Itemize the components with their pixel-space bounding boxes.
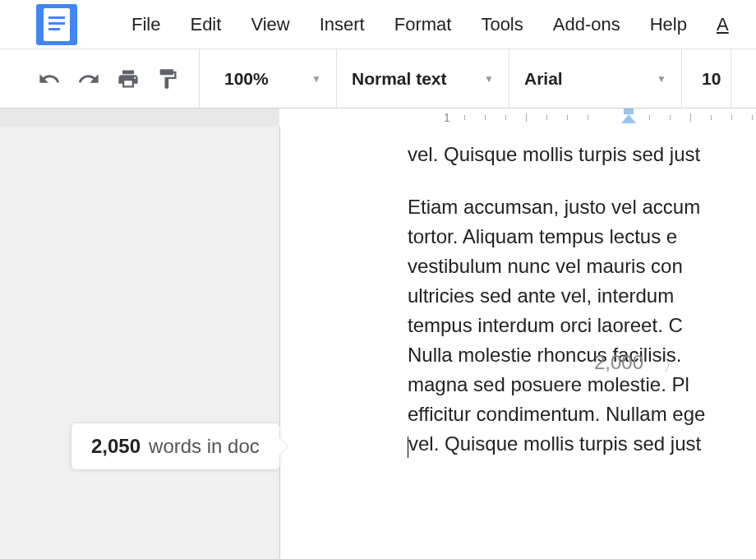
font-value: Arial [524,69,563,89]
text-line: vel. Quisque mollis turpis sed just [408,429,756,459]
paragraph-style-value: Normal text [352,69,447,89]
menu-tools[interactable]: Tools [466,0,537,49]
menu-edit[interactable]: Edit [175,0,236,49]
print-button[interactable] [110,61,146,97]
text-line: efficitur condimentum. Nullam ege [408,400,756,429]
paint-format-icon [156,67,179,90]
text-line: Etiam accumsan, justo vel accum [408,192,756,222]
font-size-dropdown[interactable]: 10 [682,49,731,109]
text-line: tortor. Aliquam tempus lectus e [408,222,756,252]
chevron-down-icon: ▼ [657,73,666,85]
zoom-dropdown[interactable]: 100% ▼ [210,49,337,109]
line-marker-arrow-icon: 〉 [663,354,680,377]
menu-help[interactable]: Help [635,0,702,49]
menu-cut: A [702,0,732,49]
ruler-active: 1 [279,109,756,127]
chevron-down-icon: ▼ [484,73,494,85]
menubar: File Edit View Insert Format Tools Add-o… [0,0,756,49]
word-count-badge[interactable]: 2,050 words in doc [71,423,280,470]
line-number-marker: 2,000 [594,351,643,374]
menu-file[interactable]: File [117,0,175,49]
ruler[interactable]: 1 [0,109,756,127]
menu-view[interactable]: View [236,0,304,49]
font-dropdown[interactable]: Arial ▼ [509,49,682,109]
left-indent-marker[interactable] [621,114,636,123]
document-text[interactable]: vel. Quisque mollis turpis sed just Etia… [280,140,756,482]
font-size-value: 10 [702,69,721,89]
paint-format-button[interactable] [150,61,186,97]
text-line: vel. Quisque mollis turpis sed just [408,140,756,169]
word-count-number: 2,050 [91,435,141,458]
document-page[interactable]: vel. Quisque mollis turpis sed just Etia… [279,127,756,559]
redo-icon [77,67,100,90]
undo-icon [38,67,61,90]
paragraph-style-dropdown[interactable]: Normal text ▼ [337,49,509,109]
text-line: magna sed posuere molestie. Pl [408,370,756,400]
svg-rect-3 [48,28,60,30]
svg-rect-2 [48,22,65,25]
toolbar: 100% ▼ Normal text ▼ Arial ▼ 10 [0,49,756,109]
print-icon [117,67,140,90]
docs-icon [44,8,70,41]
zoom-value: 100% [224,69,269,89]
undo-button[interactable] [31,61,67,97]
document-margin [0,127,279,559]
word-count-label: words in doc [149,435,260,458]
redo-button[interactable] [71,61,107,97]
toolbar-divider [199,49,200,109]
menu-addons[interactable]: Add-ons [538,0,635,49]
docs-logo[interactable] [36,4,77,45]
menu-format[interactable]: Format [380,0,467,49]
chevron-down-icon: ▼ [311,73,321,85]
document-area: vel. Quisque mollis turpis sed just Etia… [0,127,756,559]
text-line: vestibulum nunc vel mauris con [408,252,756,281]
text-line: tempus interdum orci laoreet. C [408,311,756,340]
text-line: Nulla molestie rhoncus facilisis. [408,340,756,370]
ruler-number: 1 [444,111,450,124]
text-line: ultricies sed ante vel, interdum [408,281,756,311]
svg-rect-1 [48,16,65,19]
ruler-margin-left [0,109,279,127]
first-line-indent-marker[interactable] [624,109,634,114]
menu-insert[interactable]: Insert [305,0,380,49]
